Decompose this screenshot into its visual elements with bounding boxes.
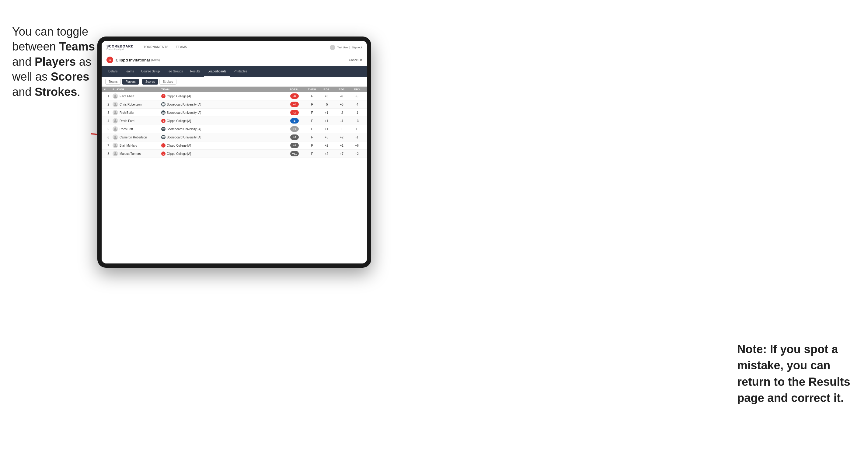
row-player: Cameron Robertson xyxy=(113,134,161,140)
team-logo-clippd: C xyxy=(161,94,165,98)
tournament-name: Clippd Invitational xyxy=(116,58,150,62)
svg-point-20 xyxy=(114,152,116,154)
table-row[interactable]: 5 Rees Britt Scoreboard University [A] +… xyxy=(102,125,367,133)
team-logo-scoreboard xyxy=(161,111,165,115)
col-header-rd2: RD2 xyxy=(334,88,349,91)
toggle-strokes[interactable]: Strokes xyxy=(159,79,177,85)
row-rank: 7 xyxy=(104,144,113,147)
row-total: -2 xyxy=(284,110,305,115)
row-rank: 1 xyxy=(104,95,113,98)
row-rd2: -6 xyxy=(334,95,349,98)
nav-teams[interactable]: TEAMS xyxy=(172,41,191,54)
svg-point-10 xyxy=(114,119,116,121)
cancel-button[interactable]: Cancel ✕ xyxy=(349,58,362,62)
top-navigation: SCOREBOARD Powered by clippd TOURNAMENTS… xyxy=(102,41,367,54)
toggle-scores[interactable]: Scores xyxy=(142,79,158,85)
svg-rect-8 xyxy=(162,113,164,113)
tab-results[interactable]: Results xyxy=(186,66,204,77)
table-row[interactable]: 4 David Ford C Clippd College [A] E F +1… xyxy=(102,117,367,125)
nav-tournaments[interactable]: TOURNAMENTS xyxy=(140,41,172,54)
team-logo-clippd: C xyxy=(161,119,165,123)
row-total: -8 xyxy=(284,93,305,99)
row-team: Scoreboard University [A] xyxy=(161,102,284,106)
tablet-frame: SCOREBOARD Powered by clippd TOURNAMENTS… xyxy=(97,36,371,268)
svg-rect-3 xyxy=(162,103,164,104)
left-annotation: You can togglebetween Teamsand Players a… xyxy=(12,24,97,99)
row-thru: F xyxy=(305,111,319,115)
team-logo-clippd: C xyxy=(161,143,165,148)
table-row[interactable]: 2 Chris Robertson Scoreboard University … xyxy=(102,100,367,108)
svg-point-6 xyxy=(114,111,116,113)
tab-teams[interactable]: Teams xyxy=(121,66,137,77)
team-logo-clippd: C xyxy=(161,152,165,156)
row-thru: F xyxy=(305,152,319,155)
row-team: C Clippd College [A] xyxy=(161,94,284,98)
svg-rect-17 xyxy=(162,137,164,138)
col-header-total: TOTAL xyxy=(284,88,305,91)
tablet-screen: SCOREBOARD Powered by clippd TOURNAMENTS… xyxy=(102,41,367,263)
annotation-text: You can togglebetween Teamsand Players a… xyxy=(12,25,95,98)
table-row[interactable]: 7 Blair McHarg C Clippd College [A] +8 F… xyxy=(102,142,367,150)
row-rd2: +7 xyxy=(334,152,349,155)
row-total: E xyxy=(284,118,305,124)
col-header-player: PLAYER xyxy=(113,88,161,91)
col-header-rd3: RD3 xyxy=(349,88,365,91)
svg-rect-12 xyxy=(162,128,164,129)
tab-details[interactable]: Details xyxy=(105,66,121,77)
row-player: Rich Butler xyxy=(113,110,161,115)
col-header-team: TEAM xyxy=(161,88,284,91)
right-annotation: Note: If you spot a mistake, you can ret… xyxy=(737,341,853,406)
col-header-rd1: RD1 xyxy=(319,88,334,91)
leaderboard-table: # PLAYER TEAM TOTAL THRU RD1 RD2 RD3 1 E… xyxy=(102,87,367,263)
row-team: Scoreboard University [A] xyxy=(161,111,284,115)
row-player: David Ford xyxy=(113,118,161,124)
row-thru: F xyxy=(305,136,319,139)
row-rd3: +3 xyxy=(349,119,365,123)
tab-course-setup[interactable]: Course Setup xyxy=(137,66,163,77)
team-logo-scoreboard xyxy=(161,102,165,106)
toggle-bar: Teams Players Scores Strokes xyxy=(102,77,367,87)
row-thru: F xyxy=(305,95,319,98)
tournament-gender: (Men) xyxy=(151,58,160,62)
table-row[interactable]: 1 Elliot Ebert C Clippd College [A] -8 F… xyxy=(102,92,367,100)
logo-area: SCOREBOARD Powered by clippd xyxy=(106,44,133,50)
tab-leaderboards[interactable]: Leaderboards xyxy=(204,66,230,77)
row-team: Scoreboard University [A] xyxy=(161,135,284,139)
row-player: Blair McHarg xyxy=(113,143,161,148)
svg-rect-18 xyxy=(162,138,164,138)
tab-printables[interactable]: Printables xyxy=(230,66,251,77)
row-rd2: E xyxy=(334,127,349,131)
toggle-players[interactable]: Players xyxy=(122,79,139,85)
row-rd2: +1 xyxy=(334,144,349,147)
sub-navigation: Details Teams Course Setup Tee Groups Re… xyxy=(102,66,367,77)
svg-point-19 xyxy=(114,144,116,146)
cancel-icon: ✕ xyxy=(360,58,362,62)
svg-rect-7 xyxy=(162,112,164,112)
player-avatar xyxy=(113,134,118,140)
col-header-thru: THRU xyxy=(305,88,319,91)
row-player: Elliot Ebert xyxy=(113,93,161,99)
player-avatar xyxy=(113,93,118,99)
table-row[interactable]: 8 Marcus Turners C Clippd College [A] +1… xyxy=(102,150,367,158)
row-total: +8 xyxy=(284,143,305,148)
tournament-header: C Clippd Invitational (Men) Cancel ✕ xyxy=(102,54,367,66)
player-avatar xyxy=(113,118,118,124)
table-body: 1 Elliot Ebert C Clippd College [A] -8 F… xyxy=(102,92,367,158)
row-rd2: +2 xyxy=(334,136,349,139)
row-rd2: -4 xyxy=(334,119,349,123)
tab-tee-groups[interactable]: Tee Groups xyxy=(163,66,186,77)
row-total: +6 xyxy=(284,134,305,140)
svg-rect-4 xyxy=(162,104,164,105)
nav-items: TOURNAMENTS TEAMS xyxy=(140,41,330,54)
table-row[interactable]: 6 Cameron Robertson Scoreboard Universit… xyxy=(102,133,367,142)
svg-rect-9 xyxy=(162,113,164,114)
table-row[interactable]: 3 Rich Butler Scoreboard University [A] … xyxy=(102,108,367,117)
row-rank: 5 xyxy=(104,127,113,131)
toggle-teams[interactable]: Teams xyxy=(105,79,121,85)
row-rd1: +2 xyxy=(319,144,334,147)
sign-out-link[interactable]: Sign out xyxy=(352,46,362,49)
row-thru: F xyxy=(305,119,319,123)
row-rd3: -1 xyxy=(349,111,365,115)
row-rank: 2 xyxy=(104,103,113,106)
team-logo-scoreboard xyxy=(161,127,165,131)
